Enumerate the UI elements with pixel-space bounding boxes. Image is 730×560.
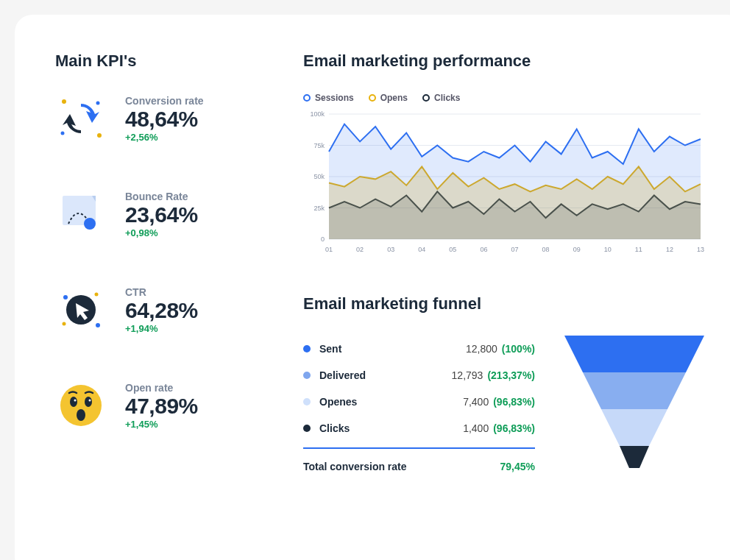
funnel-pct: (96,83%)	[493, 422, 535, 434]
svg-point-15	[74, 400, 77, 402]
svg-marker-41	[564, 336, 704, 372]
svg-point-6	[84, 218, 96, 230]
total-label: Total conversion rate	[303, 461, 500, 472]
funnel-total-row: Total conversion rate 79,45%	[303, 455, 535, 472]
funnel-name: Delivered	[319, 369, 452, 381]
legend-clicks: Clicks	[422, 93, 460, 103]
funnel-row: Sent 12,800 (100%)	[303, 336, 535, 362]
kpi-panel: Main KPI's Conversion rate 48,64% +2,56%	[55, 52, 259, 538]
kpi-ctr: CTR 64,28% +1,94%	[55, 284, 259, 336]
funnel-pct: (96,83%)	[493, 396, 535, 408]
svg-text:08: 08	[542, 246, 550, 253]
svg-text:25k: 25k	[313, 205, 325, 212]
legend-opens: Opens	[369, 93, 408, 103]
kpi-label: Conversion rate	[125, 95, 204, 107]
svg-point-14	[85, 397, 92, 407]
svg-point-2	[61, 132, 65, 135]
kpi-open-rate: Open rate 47,89% +1,45%	[55, 380, 259, 431]
kpi-label: CTR	[125, 286, 198, 298]
funnel-title: Email marketing funnel	[303, 294, 704, 313]
svg-marker-43	[601, 409, 667, 446]
funnel-name: Sent	[319, 343, 466, 355]
divider	[303, 447, 535, 449]
svg-point-17	[77, 409, 85, 421]
kpi-value: 23,64%	[125, 202, 198, 227]
kpi-label: Open rate	[125, 382, 198, 394]
kpi-bounce-rate: Bounce Rate 23,64% +0,98%	[55, 188, 259, 240]
svg-point-9	[63, 322, 66, 326]
kpi-title: Main KPI's	[55, 52, 259, 71]
funnel-dot-icon	[303, 425, 311, 432]
svg-point-13	[70, 397, 77, 407]
funnel-dot-icon	[303, 345, 311, 352]
funnel-value: 1,400	[463, 422, 489, 434]
kpi-delta: +1,94%	[125, 323, 198, 334]
svg-text:11: 11	[635, 246, 642, 253]
funnel-chart	[564, 336, 704, 483]
svg-text:100k: 100k	[310, 110, 325, 118]
performance-title: Email marketing performance	[303, 52, 704, 71]
legend-sessions: Sessions	[303, 93, 354, 103]
svg-text:50k: 50k	[313, 173, 325, 180]
right-panel: Email marketing performance Sessions Ope…	[303, 52, 704, 538]
svg-text:75k: 75k	[313, 142, 325, 149]
svg-point-10	[96, 323, 100, 327]
surprised-emoji-icon	[55, 380, 107, 431]
funnel-value: 12,800	[466, 343, 497, 355]
legend-dot-icon	[303, 94, 311, 102]
legend-dot-icon	[369, 94, 376, 102]
svg-text:09: 09	[573, 246, 581, 253]
funnel-value: 7,400	[463, 396, 489, 408]
kpi-delta: +0,98%	[125, 227, 198, 238]
svg-text:06: 06	[480, 246, 487, 253]
svg-text:04: 04	[418, 246, 425, 253]
svg-text:03: 03	[387, 246, 394, 253]
kpi-delta: +2,56%	[125, 132, 204, 143]
svg-text:13: 13	[697, 246, 704, 253]
svg-point-16	[89, 400, 91, 402]
kpi-value: 47,89%	[125, 394, 198, 419]
kpi-value: 64,28%	[125, 298, 198, 323]
kpi-delta: +1,45%	[125, 419, 198, 430]
bounce-document-icon	[55, 188, 107, 240]
kpi-conversion-rate: Conversion rate 48,64% +2,56%	[55, 93, 259, 144]
chart-legend: Sessions Opens Clicks	[303, 93, 704, 103]
cursor-click-icon	[55, 284, 107, 336]
svg-point-1	[96, 102, 100, 105]
svg-point-8	[95, 293, 99, 297]
funnel-row: Delivered 12,793 (213,37%)	[303, 362, 535, 389]
kpi-label: Bounce Rate	[125, 191, 198, 202]
legend-dot-icon	[422, 94, 430, 102]
funnel-row: Openes 7,400 (96,83%)	[303, 389, 535, 415]
svg-point-3	[97, 133, 102, 138]
funnel-dot-icon	[303, 398, 311, 405]
funnel-row: Clicks 1,400 (96,83%)	[303, 415, 535, 442]
performance-chart: 025k50k75k100k01020304050607080910111213	[303, 110, 704, 258]
svg-text:05: 05	[449, 246, 456, 253]
legend-label: Clicks	[434, 93, 460, 103]
svg-text:12: 12	[666, 246, 673, 253]
refresh-cycle-icon	[55, 93, 107, 144]
svg-text:01: 01	[325, 246, 333, 253]
legend-label: Sessions	[315, 93, 354, 103]
svg-text:0: 0	[321, 235, 325, 243]
funnel-pct: (100%)	[502, 343, 535, 355]
kpi-value: 48,64%	[125, 107, 204, 132]
svg-point-0	[62, 99, 66, 104]
funnel-name: Openes	[319, 396, 463, 408]
funnel-panel: Email marketing funnel Sent 12,800 (100%…	[303, 294, 704, 483]
svg-text:02: 02	[356, 246, 364, 253]
funnel-table: Sent 12,800 (100%) Delivered 12,793 (213…	[303, 336, 535, 472]
svg-text:07: 07	[511, 246, 518, 253]
svg-text:10: 10	[604, 246, 612, 253]
svg-marker-42	[583, 372, 686, 409]
dashboard: Main KPI's Conversion rate 48,64% +2,56%	[15, 15, 730, 560]
svg-point-7	[63, 295, 68, 300]
funnel-value: 12,793	[452, 369, 483, 381]
funnel-name: Clicks	[319, 422, 463, 434]
total-value: 79,45%	[500, 461, 535, 472]
funnel-pct: (213,37%)	[487, 369, 535, 381]
legend-label: Opens	[380, 93, 408, 103]
svg-marker-44	[620, 446, 649, 468]
funnel-dot-icon	[303, 372, 311, 379]
